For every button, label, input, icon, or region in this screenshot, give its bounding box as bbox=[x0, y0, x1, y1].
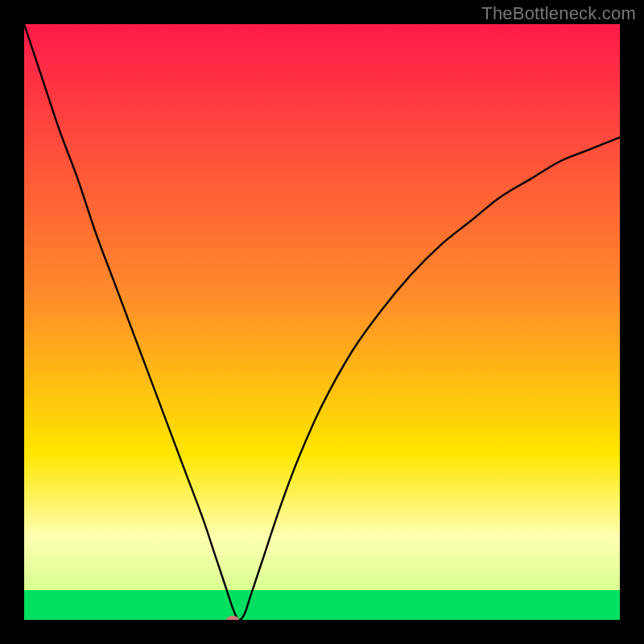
green-baseline-band bbox=[24, 590, 620, 620]
chart-frame: TheBottleneck.com bbox=[0, 0, 644, 644]
gradient-background bbox=[24, 24, 620, 620]
bottleneck-chart bbox=[24, 24, 620, 620]
watermark-text: TheBottleneck.com bbox=[481, 3, 636, 24]
plot-area bbox=[24, 24, 620, 620]
